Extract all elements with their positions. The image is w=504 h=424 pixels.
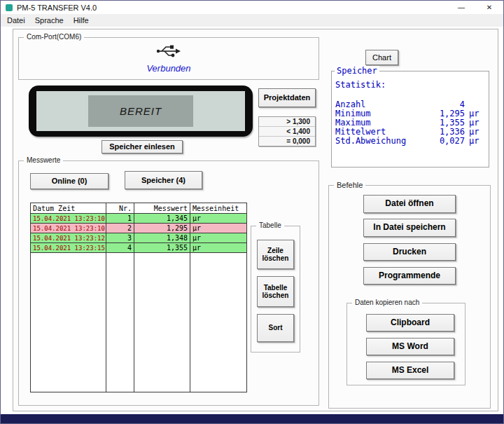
menu-hilfe[interactable]: Hilfe — [69, 16, 94, 25]
tabelle-loeschen-button[interactable]: Tabelle löschen — [257, 276, 294, 307]
in-datei-speichern-button[interactable]: In Datei speichern — [363, 219, 456, 237]
menubar: Datei Sprache Hilfe — [1, 14, 503, 27]
minimize-button[interactable]: — — [447, 1, 475, 14]
cell-nr: 3 — [106, 233, 134, 243]
messwerte-group-label: Messwerte — [24, 156, 63, 164]
ms-word-button[interactable]: MS Word — [366, 338, 454, 355]
lcd-text: BEREIT — [88, 95, 193, 127]
cell-nr: 1 — [106, 214, 134, 224]
clipboard-button[interactable]: Clipboard — [366, 314, 454, 331]
bottom-bar — [1, 414, 503, 423]
com-port-group-label: Com-Port(COM6) — [24, 33, 84, 41]
titlebar: PM-5 TRANSFER V4.0 — ✕ — [1, 1, 503, 14]
menu-datei[interactable]: Datei — [2, 16, 30, 25]
sort-button[interactable]: Sort — [257, 314, 294, 342]
ms-excel-button[interactable]: MS Excel — [366, 362, 454, 379]
table-header-row: Datum Zeit Nr. Messwert Messeinheit — [31, 203, 246, 214]
menu-sprache[interactable]: Sprache — [30, 16, 69, 25]
table-row[interactable]: 15.04.2021 13:23:15 4 1,355 µr — [31, 243, 246, 253]
cell-datum: 15.04.2021 13:23:15 — [31, 243, 106, 253]
cell-datum: 15.04.2021 13:23:10 — [31, 224, 106, 233]
cell-nr: 2 — [106, 224, 134, 233]
window-title: PM-5 TRANSFER V4.0 — [17, 4, 97, 12]
stat-unit: µr — [465, 137, 483, 146]
table-row[interactable]: 15.04.2021 13:23:10 2 1,295 µr — [31, 224, 246, 233]
speicher-tab-button[interactable]: Speicher (4) — [125, 171, 202, 189]
app-window: PM-5 TRANSFER V4.0 — ✕ Datei Sprache Hil… — [0, 0, 504, 424]
connection-status: Verbunden — [18, 63, 319, 74]
usb-icon — [155, 44, 182, 58]
cell-messwert: 1,345 — [134, 214, 190, 224]
threshold-box: > 1,300 < 1,400 = 0,000 — [258, 116, 316, 146]
header-nr: Nr. — [106, 203, 134, 214]
table-empty-area — [31, 253, 246, 392]
daten-kopieren-group-label: Daten kopieren nach — [352, 299, 422, 306]
online-tab-button[interactable]: Online (0) — [30, 173, 108, 189]
cell-messwert: 1,355 — [134, 243, 190, 253]
threshold-lower: < 1,400 — [259, 126, 315, 136]
threshold-equal: = 0,000 — [259, 136, 315, 146]
messwerte-table: Datum Zeit Nr. Messwert Messeinheit 15.0… — [30, 203, 247, 392]
drucken-button[interactable]: Drucken — [363, 243, 456, 261]
tabelle-group-label: Tabelle — [256, 221, 284, 229]
stat-value: 0,027 — [430, 137, 465, 146]
cell-messeinheit: µr — [190, 214, 246, 224]
cell-datum: 15.04.2021 13:23:12 — [31, 233, 106, 243]
cell-messeinheit: µr — [190, 224, 246, 233]
table-row[interactable]: 15.04.2021 13:23:12 3 1,348 µr — [31, 233, 246, 243]
cell-messwert: 1,348 — [134, 233, 190, 243]
projektdaten-button[interactable]: Projektdaten — [258, 88, 316, 107]
header-datum-zeit: Datum Zeit — [31, 203, 106, 214]
cell-messwert: 1,295 — [134, 224, 190, 233]
header-messeinheit: Messeinheit — [190, 203, 246, 214]
stat-label: Std.Abweichung — [335, 137, 430, 146]
chart-button[interactable]: Chart — [365, 50, 398, 65]
app-icon — [6, 4, 13, 11]
cell-nr: 4 — [106, 243, 134, 253]
statistik-heading: Statistik: — [335, 81, 483, 90]
zeile-loeschen-button[interactable]: Zeile löschen — [257, 240, 294, 269]
close-button[interactable]: ✕ — [475, 1, 503, 14]
stat-row-std-abweichung: Std.Abweichung 0,027 µr — [335, 137, 483, 146]
statistik-box-label: Speicher — [335, 66, 379, 76]
datei-oeffnen-button[interactable]: Datei öffnen — [363, 195, 456, 213]
cell-messeinheit: µr — [190, 243, 246, 253]
statistik-box: Speicher Statistik: Anzahl 4 Minimum 1,2… — [331, 71, 489, 167]
lcd-display: BEREIT — [29, 86, 253, 137]
cell-datum: 15.04.2021 13:23:10 — [31, 214, 106, 224]
programmende-button[interactable]: Programmende — [363, 267, 456, 285]
statistik-content: Statistik: Anzahl 4 Minimum 1,295 µr Max… — [332, 71, 489, 146]
cell-messeinheit: µr — [190, 233, 246, 243]
threshold-upper: > 1,300 — [259, 117, 315, 126]
speicher-einlesen-button[interactable]: Speicher einlesen — [102, 140, 183, 153]
lcd-inner: BEREIT — [36, 91, 245, 131]
header-messwert: Messwert — [134, 203, 190, 214]
table-row[interactable]: 15.04.2021 13:23:10 1 1,345 µr — [31, 214, 246, 224]
befehle-group-label: Befehle — [334, 181, 365, 189]
window-controls: — ✕ — [447, 1, 503, 14]
